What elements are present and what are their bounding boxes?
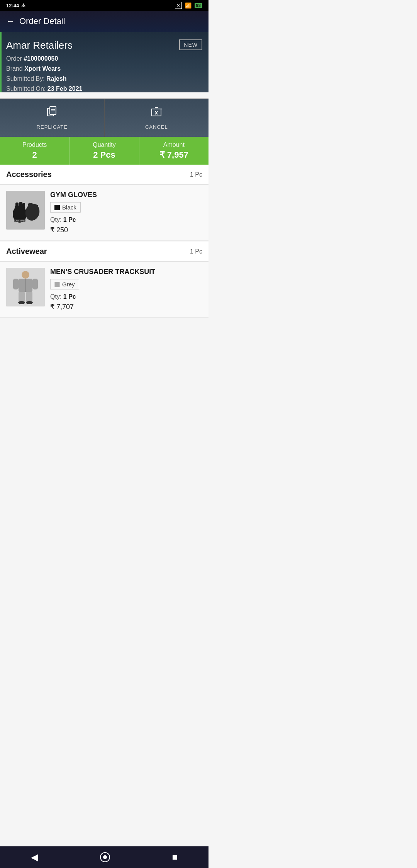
quantity-value: 2 Pcs bbox=[73, 150, 136, 160]
svg-rect-26 bbox=[26, 292, 32, 303]
wifi-icon: 📶 bbox=[185, 2, 192, 9]
order-number: #100000050 bbox=[24, 55, 58, 62]
back-button[interactable]: ← bbox=[6, 16, 15, 26]
gym-gloves-color-label: Black bbox=[62, 204, 76, 211]
svg-rect-13 bbox=[19, 202, 22, 207]
page-title: Order Detail bbox=[19, 16, 65, 26]
tracksuit-qty: Qty: 1 Pc bbox=[50, 293, 202, 300]
order-info-section: Amar Retailers NEW Order #100000050 Bran… bbox=[0, 32, 208, 92]
summary-bar: Products 2 Quantity 2 Pcs Amount ₹ 7,957 bbox=[0, 137, 208, 165]
svg-rect-25 bbox=[19, 292, 25, 303]
product-gym-gloves: NORTON GYM GLOVES Black Qty: 1 Pc ₹ 250 bbox=[0, 185, 208, 241]
svg-point-27 bbox=[18, 301, 25, 304]
product-tracksuit: MEN'S CRUSADER TRACKSUIT Grey Qty: 1 Pc … bbox=[0, 262, 208, 318]
section-activewear-header: Activewear 1 Pc bbox=[0, 242, 208, 262]
tracksuit-price: ₹ 7,707 bbox=[50, 303, 202, 311]
svg-point-20 bbox=[22, 271, 29, 279]
brand-line: Brand Xport Wears bbox=[6, 65, 202, 72]
submitted-on-line: Submitted On: 23 Feb 2021 bbox=[6, 85, 202, 92]
content-area: Accessories 1 Pc bbox=[0, 165, 208, 345]
gym-gloves-qty: Qty: 1 Pc bbox=[50, 216, 202, 223]
brand-name: Xport Wears bbox=[24, 65, 61, 72]
status-bar-left: 12:44 ⚠ bbox=[6, 3, 25, 9]
page-header: ← Order Detail bbox=[0, 11, 208, 32]
svg-rect-14 bbox=[22, 203, 25, 208]
tracksuit-color-badge: Grey bbox=[50, 279, 79, 289]
replicate-label: REPLICATE bbox=[37, 124, 68, 130]
summary-products: Products 2 bbox=[0, 137, 70, 165]
cancel-button[interactable]: CANCEL bbox=[105, 99, 209, 137]
battery-indicator: 93 bbox=[195, 3, 202, 8]
submitted-by: Rajesh bbox=[46, 75, 66, 82]
cancel-label: CANCEL bbox=[145, 124, 168, 130]
products-label: Products bbox=[3, 141, 66, 148]
svg-point-28 bbox=[26, 301, 33, 304]
submitted-on: 23 Feb 2021 bbox=[47, 85, 83, 92]
order-info-header: Amar Retailers NEW bbox=[6, 39, 202, 51]
tracksuit-name: MEN'S CRUSADER TRACKSUIT bbox=[50, 268, 202, 276]
section-activewear-title: Activewear bbox=[6, 247, 47, 256]
section-activewear: Activewear 1 Pc bbox=[0, 242, 208, 318]
replicate-icon bbox=[46, 106, 58, 121]
summary-quantity: Quantity 2 Pcs bbox=[70, 137, 139, 165]
cancel-icon bbox=[150, 106, 163, 121]
amount-value: ₹ 7,957 bbox=[142, 150, 205, 160]
color-swatch-black bbox=[54, 205, 60, 210]
tracksuit-image bbox=[6, 268, 45, 306]
submitted-by-line: Submitted By: Rajesh bbox=[6, 75, 202, 82]
section-accessories-title: Accessories bbox=[6, 170, 52, 179]
svg-rect-24 bbox=[32, 279, 38, 289]
gym-gloves-color-badge: Black bbox=[50, 202, 81, 213]
retailer-name: Amar Retailers bbox=[6, 39, 73, 51]
tracksuit-color-label: Grey bbox=[62, 281, 75, 288]
summary-amount: Amount ₹ 7,957 bbox=[139, 137, 208, 165]
svg-rect-12 bbox=[15, 203, 19, 208]
quantity-label: Quantity bbox=[73, 141, 136, 148]
svg-rect-23 bbox=[13, 279, 19, 289]
order-status-badge: NEW bbox=[179, 39, 202, 50]
section-accessories: Accessories 1 Pc bbox=[0, 165, 208, 241]
left-accent bbox=[0, 32, 2, 92]
gym-gloves-price: ₹ 250 bbox=[50, 226, 202, 234]
tracksuit-details: MEN'S CRUSADER TRACKSUIT Grey Qty: 1 Pc … bbox=[50, 268, 202, 311]
section-accessories-header: Accessories 1 Pc bbox=[0, 165, 208, 185]
gym-gloves-image: NORTON bbox=[6, 191, 45, 230]
section-accessories-qty: 1 Pc bbox=[190, 171, 202, 178]
gym-gloves-details: GYM GLOVES Black Qty: 1 Pc ₹ 250 bbox=[50, 191, 202, 234]
section-activewear-qty: 1 Pc bbox=[190, 248, 202, 255]
amount-label: Amount bbox=[142, 141, 205, 148]
status-bar: 12:44 ⚠ ✕ 📶 93 bbox=[0, 0, 208, 11]
status-bar-right: ✕ 📶 93 bbox=[175, 2, 202, 9]
gym-gloves-name: GYM GLOVES bbox=[50, 191, 202, 199]
time-label: 12:44 bbox=[6, 3, 19, 9]
products-value: 2 bbox=[3, 150, 66, 160]
replicate-button[interactable]: REPLICATE bbox=[0, 99, 105, 137]
svg-text:NORTON: NORTON bbox=[16, 220, 24, 222]
order-number-line: Order #100000050 bbox=[6, 55, 202, 62]
action-buttons-bar: REPLICATE CANCEL bbox=[0, 99, 208, 137]
x-icon: ✕ bbox=[175, 2, 182, 9]
svg-rect-1 bbox=[50, 107, 56, 114]
color-swatch-grey bbox=[54, 282, 60, 287]
alert-icon: ⚠ bbox=[21, 3, 25, 8]
